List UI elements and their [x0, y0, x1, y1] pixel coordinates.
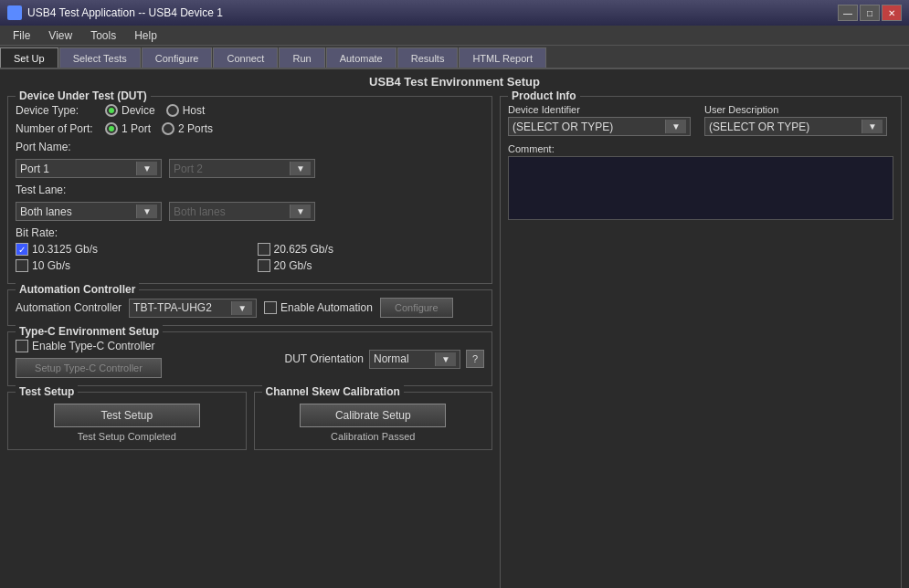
test-setup-button[interactable]: Test Setup	[54, 404, 200, 427]
bitrate-grid: 10.3125 Gb/s 20.625 Gb/s 10 Gb/s 20	[16, 243, 484, 272]
bitrate-option-3[interactable]: 20 Gb/s	[258, 259, 485, 272]
lane1-dropdown[interactable]: Both lanes ▼	[16, 202, 162, 221]
tab-html-report[interactable]: HTML Report	[459, 47, 546, 68]
bitrate-label: Bit Rate:	[16, 226, 484, 239]
automation-section-title: Automation Controller	[16, 283, 139, 296]
bitrate-option-2[interactable]: 10 Gb/s	[16, 259, 243, 272]
menu-tools[interactable]: Tools	[81, 27, 125, 44]
port2-radio-label: 2 Ports	[178, 122, 213, 135]
lane2-dropdown[interactable]: Both lanes ▼	[169, 202, 315, 221]
port1-radio-label: 1 Port	[122, 122, 151, 135]
bitrate-label-0: 10.3125 Gb/s	[32, 243, 98, 256]
port1-dropdown[interactable]: Port 1 ▼	[16, 159, 162, 178]
typec-right: DUT Orientation Normal ▼ ?	[285, 350, 484, 369]
product-info-section: Product Info Device Identifier (SELECT O…	[500, 96, 902, 588]
app-icon	[7, 5, 22, 20]
automation-section: Automation Controller Automation Control…	[7, 289, 492, 326]
tab-setup[interactable]: Set Up	[0, 47, 58, 68]
calibration-status: Calibration Passed	[331, 431, 415, 442]
channel-skew-section: Channel Skew Calibration Calibrate Setup…	[254, 392, 493, 450]
test-setup-section: Test Setup Test Setup Test Setup Complet…	[7, 392, 247, 450]
port-name-row: Port Name:	[16, 141, 484, 153]
comment-textarea[interactable]	[508, 156, 893, 220]
bitrate-label-1: 20.625 Gb/s	[274, 243, 333, 256]
bitrate-option-0[interactable]: 10.3125 Gb/s	[16, 243, 243, 256]
title-bar: USB4 Test Application -- USB4 Device 1 —…	[0, 0, 909, 26]
num-port-row: Number of Port: 1 Port 2 Ports	[16, 122, 484, 135]
orientation-dropdown-arrow: ▼	[435, 352, 456, 366]
title-bar-left: USB4 Test Application -- USB4 Device 1	[7, 5, 223, 20]
tab-configure[interactable]: Configure	[142, 47, 213, 68]
maximize-button[interactable]: □	[860, 5, 880, 21]
tab-connect[interactable]: Connect	[213, 47, 278, 68]
right-column: Product Info Device Identifier (SELECT O…	[500, 96, 902, 588]
product-info-title: Product Info	[508, 89, 580, 102]
minimize-button[interactable]: —	[838, 5, 858, 21]
port2-dropdown[interactable]: Port 2 ▼	[169, 159, 315, 178]
typec-left: Enable Type-C Controller Setup Type-C Co…	[16, 340, 162, 378]
test-setup-status: Test Setup Completed	[78, 431, 176, 442]
typec-section: Type-C Environment Setup Enable Type-C C…	[7, 331, 492, 386]
device-identifier-label: Device Identifier	[508, 104, 697, 115]
calibrate-setup-button[interactable]: Calibrate Setup	[300, 404, 446, 427]
enable-typec-checkbox	[16, 340, 28, 352]
enable-automation-label: Enable Automation	[280, 301, 373, 314]
device-radio-option[interactable]: Device	[105, 104, 155, 117]
automation-label: Automation Controller	[16, 301, 122, 314]
device-identifier-dropdown[interactable]: (SELECT OR TYPE) ▼	[508, 117, 691, 136]
tab-select-tests[interactable]: Select Tests	[59, 47, 141, 68]
two-col-layout: Device Under Test (DUT) Device Type: Dev…	[7, 96, 902, 588]
host-radio-label: Host	[183, 104, 206, 117]
tab-bar: Set Up Select Tests Configure Connect Ru…	[0, 46, 909, 69]
user-desc-dropdown[interactable]: (SELECT OR TYPE) ▼	[704, 117, 887, 136]
host-radio-option[interactable]: Host	[166, 104, 206, 117]
comment-label: Comment:	[508, 143, 893, 154]
enable-typec-label: Enable Type-C Controller	[32, 340, 155, 352]
menu-file[interactable]: File	[4, 27, 39, 44]
close-button[interactable]: ✕	[882, 5, 902, 21]
menu-view[interactable]: View	[39, 27, 81, 44]
dut-section-title: Device Under Test (DUT)	[16, 89, 151, 102]
device-type-radio-group: Device Host	[105, 104, 205, 117]
test-lane-label: Test Lane:	[16, 184, 98, 196]
test-lane-label-row: Test Lane:	[16, 184, 484, 196]
num-port-radio-group: 1 Port 2 Ports	[105, 122, 213, 135]
port1-radio-option[interactable]: 1 Port	[105, 122, 151, 135]
tab-run[interactable]: Run	[279, 47, 324, 68]
device-type-label: Device Type:	[16, 104, 98, 117]
window-title: USB4 Test Application -- USB4 Device 1	[27, 6, 223, 19]
typec-section-title: Type-C Environment Setup	[16, 325, 163, 338]
port-name-label: Port Name:	[16, 141, 98, 153]
tab-results[interactable]: Results	[397, 47, 459, 68]
port2-radio-option[interactable]: 2 Ports	[162, 122, 213, 135]
bitrate-checkbox-0	[16, 243, 28, 256]
port2-dropdown-arrow: ▼	[290, 162, 311, 175]
user-desc-arrow: ▼	[861, 120, 883, 133]
dut-orientation-help-button[interactable]: ?	[466, 350, 484, 368]
dut-orientation-dropdown[interactable]: Normal ▼	[369, 350, 460, 369]
automation-row: Automation Controller TBT-TPA-UHG2 ▼ Ena…	[16, 298, 484, 318]
setup-typec-button[interactable]: Setup Type-C Controller	[16, 358, 162, 378]
enable-automation-checkbox	[264, 301, 277, 314]
automation-dropdown-arrow: ▼	[231, 301, 252, 315]
enable-automation-option[interactable]: Enable Automation	[264, 301, 373, 314]
enable-typec-option[interactable]: Enable Type-C Controller	[16, 340, 162, 352]
main-title: USB4 Test Environment Setup	[7, 75, 902, 89]
port1-radio-circle	[105, 122, 118, 135]
bitrate-option-1[interactable]: 20.625 Gb/s	[258, 243, 485, 256]
lane2-dropdown-arrow: ▼	[290, 205, 311, 218]
device-radio-circle	[105, 104, 118, 117]
test-lane-dropdown-row: Both lanes ▼ Both lanes ▼	[16, 202, 484, 221]
menu-bar: File View Tools Help	[0, 26, 909, 46]
tab-automate[interactable]: Automate	[326, 47, 396, 68]
port1-dropdown-arrow: ▼	[136, 162, 157, 175]
host-radio-circle	[166, 104, 179, 117]
automation-controller-dropdown[interactable]: TBT-TPA-UHG2 ▼	[129, 299, 257, 318]
device-radio-label: Device	[122, 104, 155, 117]
channel-skew-title: Channel Skew Calibration	[262, 385, 404, 398]
configure-button[interactable]: Configure	[380, 298, 453, 318]
user-desc-label: User Description	[704, 104, 893, 115]
menu-help[interactable]: Help	[125, 27, 166, 44]
dut-orientation-label: DUT Orientation	[285, 352, 364, 365]
typec-row: Enable Type-C Controller Setup Type-C Co…	[16, 340, 484, 378]
